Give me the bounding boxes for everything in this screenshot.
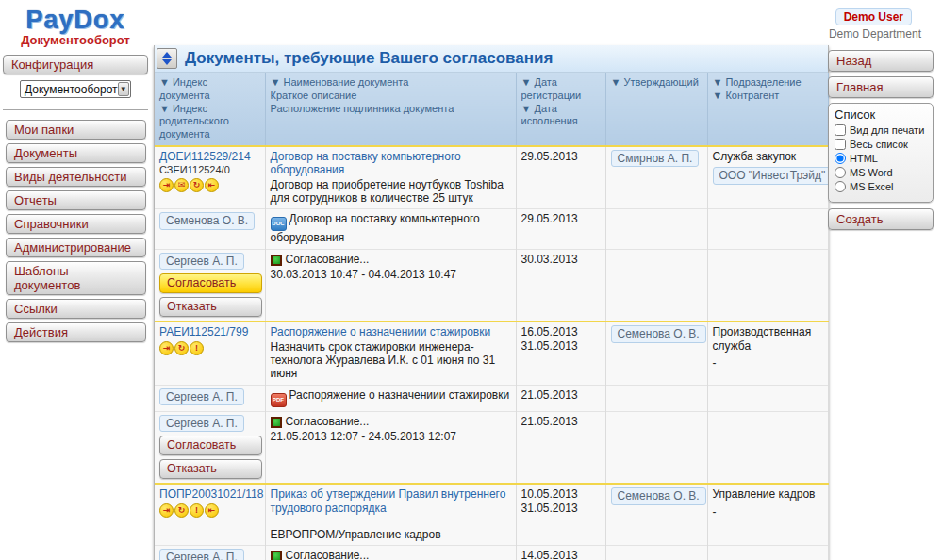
- department-cell: [707, 546, 828, 560]
- date-value: 31.05.2013: [521, 339, 601, 353]
- name-cell: Приказ об утверждении Правил внутреннего…: [265, 484, 516, 546]
- date-cell: 30.03.2013: [516, 249, 605, 321]
- sidebar-item-1[interactable]: Мои папки: [6, 120, 146, 140]
- table-body: ДОЕИ112529/214СЗЕИ112524/0⇥✉↻⇤Договор на…: [155, 146, 828, 560]
- sidebar-item-5[interactable]: Справочники: [6, 214, 146, 234]
- format-option-2: MS Word: [835, 167, 928, 178]
- process-line: Согласование...: [271, 549, 511, 560]
- reject-button[interactable]: Отказать: [159, 297, 262, 317]
- reject-button[interactable]: Отказать: [159, 459, 262, 479]
- exclaim-icon: !: [190, 341, 204, 355]
- column-header-2[interactable]: ▼ Наименование документаКраткое описание…: [265, 73, 516, 146]
- configuration-header[interactable]: Конфигурация: [3, 55, 148, 74]
- sidebar-item-8[interactable]: Ссылки: [6, 299, 146, 319]
- column-header-4[interactable]: ▼ Утверждающий: [605, 73, 707, 146]
- approver-cell: Семенова О. В.: [605, 321, 707, 385]
- approver-cell: [605, 385, 707, 411]
- documents-table: ▼ Индекс документа▼ Индекс родительского…: [155, 73, 829, 560]
- approve-button[interactable]: Согласовать: [159, 273, 262, 293]
- sidebar-item-9[interactable]: Действия: [6, 322, 146, 342]
- process-period: 21.05.2013 12:07 - 24.05.2013 12:07: [271, 430, 511, 443]
- doc-status-icons: ⇥↻!⇤: [159, 503, 260, 518]
- header-row: ▼ Индекс документа▼ Индекс родительского…: [155, 73, 828, 146]
- table-header: ▼ Индекс документа▼ Индекс родительского…: [155, 73, 828, 146]
- checkbox-label: Вид для печати: [850, 124, 924, 136]
- column-header-line: Краткое описание: [271, 90, 511, 103]
- sidebar-item-7[interactable]: Шаблоны документов: [6, 261, 146, 295]
- doc-file-icon: DOC: [271, 217, 287, 231]
- table-row: Сергеев А. П.СогласоватьОтказатьСогласов…: [155, 546, 828, 560]
- doc-description: Договор на приобретение ноутбуков Toshib…: [271, 178, 511, 206]
- approver-cell: Семенова О. В.: [605, 484, 707, 546]
- doc-index-link[interactable]: ДОЕИ112529/214: [159, 150, 251, 163]
- column-header-5[interactable]: ▼ Подразделение▼ Контрагент: [707, 73, 828, 146]
- index-cell: ДОЕИ112529/214СЗЕИ112524/0⇥✉↻⇤: [155, 146, 265, 209]
- department-cell: [707, 249, 828, 321]
- radio-2[interactable]: [835, 167, 846, 178]
- back-button[interactable]: Назад: [828, 50, 934, 72]
- home-button[interactable]: Главная: [828, 76, 934, 98]
- approver-badge: Смирнов А. П.: [611, 150, 700, 167]
- counterparty-wrap: ООО "ИнвестТрэйд": [713, 167, 823, 184]
- user-name-badge[interactable]: Demo User: [835, 8, 912, 25]
- configuration-select[interactable]: Документооборот ▼: [20, 80, 131, 98]
- doc-title-link[interactable]: Договор на поставку компьютерного оборуд…: [271, 150, 461, 176]
- column-header-1[interactable]: ▼ Индекс документа▼ Индекс родительского…: [155, 73, 265, 146]
- radio-3[interactable]: [835, 181, 846, 192]
- date-cell: 21.05.2013: [516, 411, 605, 484]
- sort-toggle-icon[interactable]: [157, 48, 177, 69]
- column-header-line: ▼ Наименование документа: [271, 76, 511, 90]
- table-row: ПОПР20031021/118⇥↻!⇤Приказ об утверждени…: [155, 484, 828, 546]
- person-badge: Сергеев А. П.: [159, 549, 244, 560]
- date-value: 21.05.2013: [521, 388, 601, 402]
- date-value: 30.03.2013: [521, 253, 601, 266]
- refresh-icon: ↻: [190, 178, 204, 192]
- checkbox-2[interactable]: [835, 139, 846, 150]
- checkbox-1[interactable]: [835, 124, 846, 136]
- column-header-line: ▼ Индекс документа: [159, 76, 260, 103]
- index-cell: ПОПР20031021/118⇥↻!⇤: [155, 484, 265, 546]
- process-label: Согласование...: [286, 415, 370, 428]
- approve-button[interactable]: Согласовать: [159, 436, 262, 455]
- refresh-icon: ↻: [174, 503, 189, 518]
- process-period: 30.03.2013 10:47 - 04.04.2013 10:47: [271, 268, 511, 281]
- radio-1[interactable]: [835, 153, 846, 164]
- index-cell: РАЕИ112521/799⇥↻!: [155, 321, 265, 385]
- doc-title-link[interactable]: Распоряжение о назначениии стажировки: [271, 325, 491, 338]
- process-line: Согласование...: [271, 253, 511, 266]
- date-cell: 29.05.2013: [516, 209, 605, 249]
- sidebar-item-6[interactable]: Администрирование: [6, 238, 146, 257]
- list-panel: Список Вид для печатиВесь списокHTMLMS W…: [828, 103, 934, 203]
- doc-title-link[interactable]: Приказ об утверждении Правил внутреннего…: [271, 487, 506, 514]
- date-cell: 16.05.201331.05.2013: [516, 321, 605, 385]
- index-cell: Семенова О. В.: [155, 209, 265, 249]
- doc-title: Договор на поставку компьютерного оборуд…: [271, 150, 511, 177]
- doc-index-link[interactable]: ПОПР20031021/118: [159, 487, 263, 501]
- doc-title: Приказ об утверждении Правил внутреннего…: [271, 487, 511, 515]
- date-value: 31.05.2013: [521, 502, 601, 515]
- process-line: Согласование...: [271, 415, 511, 428]
- process-icon: [271, 255, 282, 266]
- date-cell: 29.05.2013: [516, 146, 605, 209]
- to-bar-left-icon: ⇤: [205, 503, 219, 518]
- chevron-down-icon[interactable]: ▼: [118, 82, 129, 96]
- department-cell: [707, 385, 828, 411]
- title-bar: Документы, требующие Вашего согласования: [155, 45, 828, 73]
- left-sidebar: PayDox Документооборот Конфигурация Доку…: [0, 0, 151, 346]
- department-cell: [707, 411, 828, 484]
- page: PayDox Документооборот Конфигурация Доку…: [0, 0, 942, 560]
- table-row: Семенова О. В.DOCДоговор на поставку ком…: [155, 209, 828, 249]
- doc-index-link[interactable]: РАЕИ112521/799: [159, 325, 248, 338]
- sidebar-item-3[interactable]: Виды деятельности: [6, 167, 146, 187]
- index-cell: Сергеев А. П.СогласоватьОтказать: [155, 249, 265, 321]
- create-button[interactable]: Создать: [828, 208, 934, 230]
- sidebar-item-4[interactable]: Отчеты: [6, 190, 146, 210]
- sidebar-item-2[interactable]: Документы: [6, 143, 146, 163]
- column-header-3[interactable]: ▼ Дата регистрации▼ Дата исполнения: [516, 73, 605, 146]
- approver-cell: Смирнов А. П.: [605, 146, 707, 209]
- parent-index: СЗЕИ112524/0: [159, 164, 260, 176]
- configuration-select-value: Документооборот: [21, 83, 118, 96]
- table-row: Сергеев А. П.СогласоватьОтказатьСогласов…: [155, 411, 828, 484]
- arrow-down-icon: [162, 59, 172, 65]
- name-cell: DOCДоговор на поставку компьютерного обо…: [265, 209, 516, 249]
